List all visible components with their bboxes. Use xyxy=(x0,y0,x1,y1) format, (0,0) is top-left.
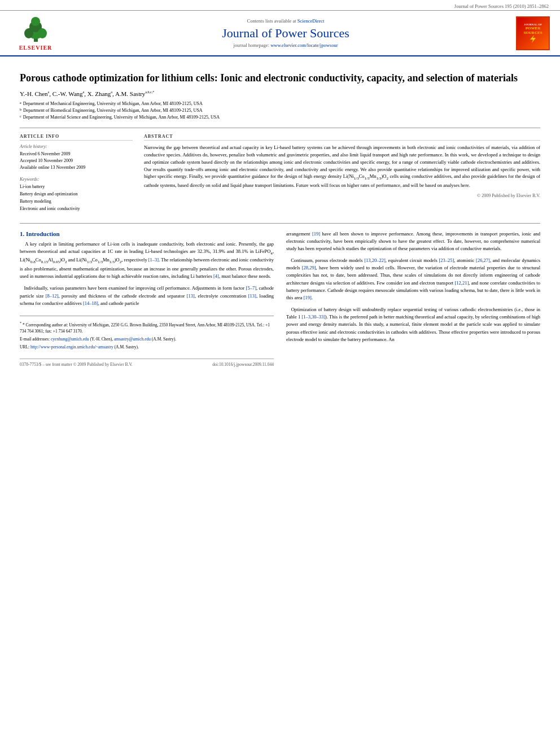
abstract-text: Narrowing the gap between theoretical an… xyxy=(144,144,540,189)
sciencedirect-link[interactable]: ScienceDirect xyxy=(298,18,325,24)
article-info-col: ARTICLE INFO Article history: Received 6… xyxy=(20,134,133,212)
body-two-col: 1. Introduction A key culprit in limitin… xyxy=(20,230,540,368)
svg-point-4 xyxy=(24,28,33,38)
power-sources-badge: JOURNAL OF POWER SOURCES xyxy=(516,16,550,50)
elsevier-brand-text: ELSEVIER xyxy=(19,45,53,51)
intro-para-2: Individually, various parameters have be… xyxy=(20,285,274,307)
svg-point-5 xyxy=(38,28,47,38)
email-link-sastry[interactable]: amsastry@umich.edu xyxy=(114,337,151,342)
svg-point-3 xyxy=(31,17,40,26)
body-right-col: arrangement [19] have all been shown to … xyxy=(286,230,540,368)
footnote-url: URL: http://www-personal.engin.umich.edu… xyxy=(20,344,274,350)
journal-homepage: journal homepage: www.elsevier.com/locat… xyxy=(61,42,510,48)
journal-citation: Journal of Power Sources 195 (2010) 2851… xyxy=(0,0,560,11)
keywords-label: Keywords: xyxy=(20,177,133,182)
section1-title: 1. Introduction xyxy=(20,230,274,237)
sciencedirect-label: Contents lists available at xyxy=(247,18,296,24)
journal-header: ELSEVIER Contents lists available at Sci… xyxy=(0,11,560,56)
lightning-icon xyxy=(527,35,539,43)
footer-line: 0378-7753/$ – see front matter © 2009 Pu… xyxy=(20,359,274,367)
main-content: Porous cathode optimization for lithium … xyxy=(0,56,560,378)
affil-a: a Department of Mechanical Engineering, … xyxy=(20,101,540,107)
keyword-1: Li-ion battery xyxy=(20,184,133,191)
keyword-2: Battery design and optimization xyxy=(20,191,133,198)
body-content: 1. Introduction A key culprit in limitin… xyxy=(20,223,540,368)
abstract-header: ABSTRACT xyxy=(144,134,540,141)
body-left-col: 1. Introduction A key culprit in limitin… xyxy=(20,230,274,368)
article-info-abstract: ARTICLE INFO Article history: Received 6… xyxy=(20,128,540,212)
right-para-3: Optimization of battery design will undo… xyxy=(286,306,540,343)
footnote-corresponding: * * Corresponding author at: University … xyxy=(20,321,274,334)
affiliations: a Department of Mechanical Engineering, … xyxy=(20,101,540,121)
article-title: Porous cathode optimization for lithium … xyxy=(20,72,540,85)
authors-line: Y.-H. Chena, C.-W. Wanga, X. Zhanga, A.M… xyxy=(20,90,540,97)
keywords-section: Keywords: Li-ion battery Battery design … xyxy=(20,177,133,212)
abstract-col: ABSTRACT Narrowing the gap between theor… xyxy=(144,134,540,212)
journal-name: Journal of Power Sources xyxy=(61,26,510,41)
article-history: Article history: Received 6 November 200… xyxy=(20,144,133,171)
affil-c: c Department of Material Science and Eng… xyxy=(20,114,540,121)
received-date: Received 6 November 2009 xyxy=(20,151,133,158)
accepted-date: Accepted 10 November 2009 xyxy=(20,158,133,164)
intro-para-1: A key culprit in limiting performance of… xyxy=(20,241,274,281)
history-label: Article history: xyxy=(20,144,133,149)
keyword-4: Electronic and ionic conductivity xyxy=(20,206,133,213)
footer-doi: doi:10.1016/j.jpowsour.2009.11.044 xyxy=(212,362,274,367)
page-wrapper: Journal of Power Sources 195 (2010) 2851… xyxy=(0,0,560,378)
journal-logo-right: JOURNAL OF POWER SOURCES xyxy=(510,16,550,50)
homepage-label: journal homepage: xyxy=(234,42,270,48)
journal-title-center: Contents lists available at ScienceDirec… xyxy=(61,18,510,48)
copyright: © 2009 Published by Elsevier B.V. xyxy=(144,193,540,198)
footnotes: * * Corresponding author at: University … xyxy=(20,316,274,351)
journal-citation-text: Journal of Power Sources 195 (2010) 2851… xyxy=(454,3,549,9)
online-date: Available online 13 November 2009 xyxy=(20,164,133,171)
elsevier-tree-icon xyxy=(20,15,51,43)
article-info-header: ARTICLE INFO xyxy=(20,134,133,141)
elsevier-logo: ELSEVIER xyxy=(10,15,61,51)
right-para-1: arrangement [19] have all been shown to … xyxy=(286,230,540,253)
footnote-email: E-mail addresses: cyenhung@umich.edu (Y.… xyxy=(20,336,274,342)
url-link[interactable]: http://www-personal.engin.umich.edu/~ams… xyxy=(30,344,113,350)
svg-marker-6 xyxy=(530,35,536,43)
keyword-3: Battery modeling xyxy=(20,198,133,206)
sciencedirect-line: Contents lists available at ScienceDirec… xyxy=(61,18,510,24)
email-link-chen[interactable]: cyenhung@umich.edu xyxy=(51,337,89,342)
affil-b: b Department of Biomedical Engineering, … xyxy=(20,107,540,114)
homepage-url[interactable]: www.elsevier.com/locate/jpowsour xyxy=(270,42,338,48)
right-para-2: Continuum, porous electrode models [13,2… xyxy=(286,257,540,302)
footer-issn: 0378-7753/$ – see front matter © 2009 Pu… xyxy=(20,362,133,367)
